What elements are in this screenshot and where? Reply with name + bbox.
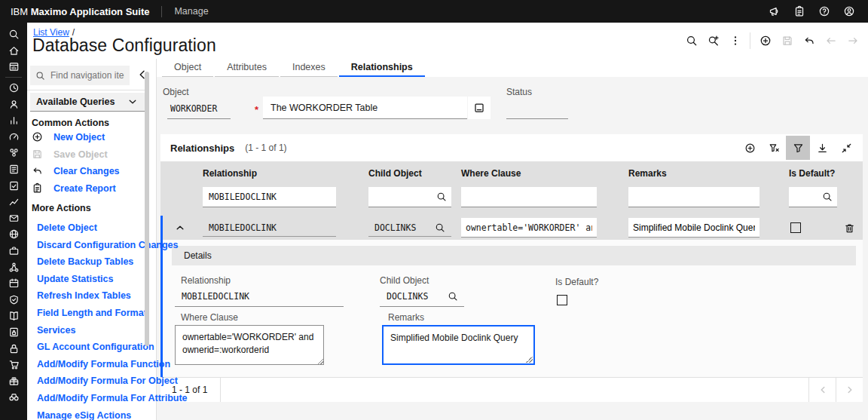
tab-object[interactable]: Object — [162, 60, 213, 77]
action-services[interactable]: Services — [37, 322, 188, 339]
search-icon[interactable] — [435, 222, 448, 233]
table-toolbar — [738, 136, 858, 160]
start-center-icon[interactable] — [8, 59, 20, 75]
integration-icon[interactable] — [8, 372, 20, 389]
undo-icon[interactable] — [798, 29, 820, 51]
more-actions-title: More Actions — [32, 203, 91, 213]
network-icon[interactable] — [8, 259, 20, 275]
back-icon[interactable] — [820, 29, 842, 51]
work-orders-icon[interactable] — [8, 161, 20, 178]
report-icon[interactable] — [793, 5, 806, 18]
assets-icon[interactable] — [8, 145, 20, 161]
contracts-icon[interactable] — [8, 324, 20, 341]
delete-row-icon[interactable] — [836, 222, 863, 234]
row-relationship-field[interactable]: MOBILEDOCLINK — [203, 219, 336, 237]
clear-filter-icon[interactable] — [762, 136, 786, 160]
people-icon[interactable] — [8, 96, 20, 112]
save-icon[interactable] — [776, 29, 798, 51]
action-add-modify-formula-function[interactable]: Add/Modify Formula Function — [37, 356, 188, 373]
action-field-length-and-format[interactable]: Field Length and Format — [37, 305, 188, 322]
tab-indexes[interactable]: Indexes — [280, 60, 338, 77]
tab-attributes[interactable]: Attributes — [215, 60, 279, 77]
help-icon[interactable] — [818, 5, 831, 18]
action-update-statistics[interactable]: Update Statistics — [37, 271, 188, 288]
globe-icon[interactable] — [8, 226, 20, 243]
planning-icon[interactable] — [8, 275, 20, 292]
action-delete-backup-tables[interactable]: Delete Backup Tables — [37, 253, 188, 271]
procurement-icon[interactable] — [8, 357, 20, 373]
briefcase-icon[interactable] — [8, 243, 20, 259]
filter-child-object-group — [368, 187, 451, 207]
gauge-icon[interactable] — [8, 129, 20, 146]
available-queries-dropdown[interactable]: Available Queries — [30, 93, 145, 112]
search-icon[interactable] — [448, 291, 463, 302]
object-value-field[interactable]: WORKORDER — [167, 99, 231, 119]
details-where-clause-textarea[interactable]: ownertable='WORKORDER' and ownerid=:work… — [175, 325, 324, 365]
action-new-object[interactable]: New Object — [32, 129, 120, 146]
row-child-object-field[interactable]: DOCLINKS — [368, 219, 451, 237]
action-manage-esig-actions[interactable]: Manage eSig Actions — [37, 407, 188, 420]
is-default-checkbox[interactable] — [790, 222, 801, 233]
filter-relationship-input[interactable] — [203, 187, 336, 207]
home-icon[interactable] — [8, 43, 20, 60]
long-description-icon[interactable] — [468, 97, 491, 119]
mail-icon[interactable] — [8, 210, 20, 227]
app-brand: IBM Maximo Application Suite — [11, 6, 149, 17]
action-clear-changes[interactable]: Clear Changes — [32, 163, 120, 180]
details-child-object-field[interactable]: DOCLINKS — [380, 287, 464, 307]
search-icon[interactable] — [8, 26, 20, 43]
add-icon[interactable] — [754, 29, 776, 51]
advanced-search-icon[interactable] — [702, 29, 724, 51]
action-refresh-index-tables[interactable]: Refresh Index Tables — [37, 287, 188, 305]
security-icon[interactable] — [8, 340, 20, 357]
row-where-clause-input[interactable] — [461, 218, 597, 238]
filter-icon[interactable] — [786, 136, 810, 160]
inspections-icon[interactable] — [8, 177, 20, 194]
kpi-icon[interactable] — [8, 112, 20, 129]
search-icon[interactable] — [432, 187, 451, 207]
download-icon[interactable] — [810, 136, 834, 160]
resize-grip[interactable] — [526, 356, 533, 363]
action-discard-configuration-changes[interactable]: Discard Configuration Changes — [37, 237, 188, 254]
details-relationship-field[interactable]: MOBILEDOCLINK — [175, 287, 344, 307]
knowledge-icon[interactable] — [8, 308, 20, 324]
nav-scrollbar[interactable] — [145, 72, 149, 346]
details-remarks-textarea[interactable]: Simplified Mobile Doclink Query — [382, 325, 535, 365]
filter-where-clause-input[interactable] — [461, 187, 597, 207]
filter-remarks-input[interactable] — [628, 187, 760, 207]
details-is-default-checkbox[interactable] — [557, 295, 567, 305]
previous-page-icon[interactable] — [808, 378, 836, 402]
common-actions-list: New ObjectSave ObjectClear ChangesCreate… — [32, 129, 120, 197]
action-save-object[interactable]: Save Object — [32, 146, 120, 164]
action-label: Clear Changes — [53, 166, 120, 176]
search-icon[interactable] — [680, 29, 702, 51]
filter-is-default-input[interactable] — [789, 187, 818, 207]
next-page-icon[interactable] — [836, 378, 863, 402]
status-value-field[interactable] — [506, 99, 568, 119]
safety-icon[interactable] — [8, 292, 20, 308]
table-row[interactable]: MOBILEDOCLINK DOCLINKS — [163, 216, 863, 240]
recently-viewed-icon[interactable] — [8, 80, 20, 97]
tab-relationships[interactable]: Relationships — [339, 60, 425, 77]
collapse-table-icon[interactable] — [834, 136, 858, 160]
table-pagination: 1 - 1 of 1 — [160, 377, 863, 402]
filter-child-object-input[interactable] — [368, 187, 432, 207]
search-icon[interactable] — [818, 187, 837, 207]
resize-grip[interactable] — [317, 357, 324, 364]
nav-search-input[interactable] — [50, 70, 124, 81]
action-add-modify-formula-for-attribute[interactable]: Add/Modify Formula For Attribute — [37, 390, 188, 407]
row-remarks-input[interactable] — [628, 218, 760, 238]
action-create-report[interactable]: Create Report — [32, 180, 120, 198]
add-row-icon[interactable] — [738, 136, 762, 160]
relationships-header: Relationships (1 - 1 of 1) — [160, 134, 863, 161]
analytics-icon[interactable] — [8, 194, 20, 210]
action-add-modify-formula-for-object[interactable]: Add/Modify Formula For Object — [37, 372, 188, 390]
find-icon[interactable] — [8, 389, 20, 406]
user-avatar-icon[interactable] — [842, 5, 856, 18]
overflow-menu-icon[interactable] — [724, 29, 746, 51]
forward-icon[interactable] — [842, 29, 863, 51]
announcement-icon[interactable] — [768, 5, 781, 18]
object-description-input[interactable] — [263, 97, 467, 119]
action-gl-account-configuration[interactable]: GL Account Configuration — [37, 339, 188, 356]
action-delete-object[interactable]: Delete Object — [37, 219, 188, 237]
